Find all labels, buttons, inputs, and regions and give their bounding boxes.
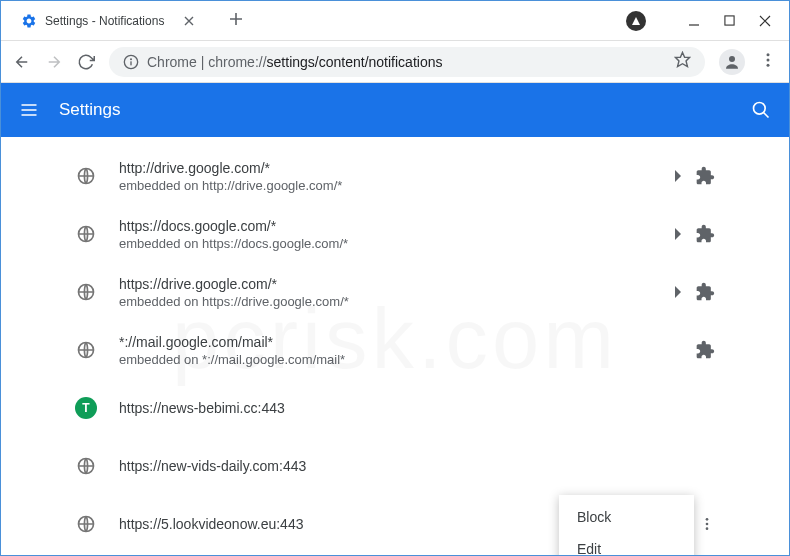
site-row[interactable]: https://new-vids-daily.com:443: [55, 437, 735, 495]
context-menu-item-block[interactable]: Block: [559, 501, 694, 533]
back-button[interactable]: [13, 53, 31, 71]
svg-point-18: [706, 527, 709, 530]
window-controls: [626, 11, 789, 31]
chevron-right-icon[interactable]: [675, 170, 683, 182]
svg-point-2: [130, 58, 132, 60]
browser-toolbar: Chrome | chrome://settings/content/notif…: [1, 41, 789, 83]
settings-content: pcrisk.com http://drive.google.com/*embe…: [1, 137, 789, 556]
site-text: *://mail.google.com/mail*embedded on *:/…: [119, 334, 683, 367]
site-embedded-label: embedded on https://docs.google.com/*: [119, 236, 663, 251]
svg-point-8: [767, 63, 770, 66]
site-url: https://drive.google.com/*: [119, 276, 663, 292]
site-embedded-label: embedded on *://mail.google.com/mail*: [119, 352, 683, 367]
search-button[interactable]: [751, 100, 771, 120]
svg-point-17: [706, 523, 709, 526]
address-bar[interactable]: Chrome | chrome://settings/content/notif…: [109, 47, 705, 77]
site-row[interactable]: Thttps://news-bebimi.cc:443: [55, 379, 735, 437]
titlebar: Settings - Notifications: [1, 1, 789, 41]
globe-icon: [75, 513, 97, 535]
chevron-right-icon[interactable]: [675, 228, 683, 240]
site-url: *://mail.google.com/mail*: [119, 334, 683, 350]
extension-icon[interactable]: [695, 224, 715, 244]
extension-icon[interactable]: [695, 166, 715, 186]
svg-point-5: [729, 56, 735, 62]
chevron-right-icon[interactable]: [675, 286, 683, 298]
site-row[interactable]: https://drive.google.com/*embedded on ht…: [55, 263, 735, 321]
site-url: https://docs.google.com/*: [119, 218, 663, 234]
site-text: https://drive.google.com/*embedded on ht…: [119, 276, 663, 309]
forward-button[interactable]: [45, 53, 63, 71]
context-menu-item-edit[interactable]: Edit: [559, 533, 694, 556]
site-embedded-label: embedded on https://drive.google.com/*: [119, 294, 663, 309]
address-text: Chrome | chrome://settings/content/notif…: [147, 54, 442, 70]
bookmark-star-icon[interactable]: [674, 51, 691, 72]
site-url: http://drive.google.com/*: [119, 160, 663, 176]
new-tab-button[interactable]: [229, 12, 243, 30]
close-window-button[interactable]: [759, 15, 771, 27]
tab-title: Settings - Notifications: [45, 14, 181, 28]
site-text: http://drive.google.com/*embedded on htt…: [119, 160, 663, 193]
maximize-button[interactable]: [724, 15, 735, 26]
site-text: https://news-bebimi.cc:443: [119, 400, 715, 416]
notification-site-list: http://drive.google.com/*embedded on htt…: [55, 137, 735, 556]
globe-icon: [75, 339, 97, 361]
site-text: https://docs.google.com/*embedded on htt…: [119, 218, 663, 251]
extension-icon[interactable]: [695, 340, 715, 360]
globe-icon: [75, 165, 97, 187]
site-embedded-label: embedded on http://drive.google.com/*: [119, 178, 663, 193]
site-info-icon[interactable]: [123, 54, 139, 70]
context-menu: BlockEditRemove: [559, 495, 694, 556]
globe-icon: [75, 223, 97, 245]
site-badge-icon: T: [75, 397, 97, 419]
browser-tab[interactable]: Settings - Notifications: [9, 3, 209, 39]
incognito-icon: [626, 11, 646, 31]
svg-point-6: [767, 53, 770, 56]
svg-point-7: [767, 58, 770, 61]
svg-point-16: [706, 518, 709, 521]
site-row[interactable]: http://drive.google.com/*embedded on htt…: [55, 147, 735, 205]
svg-point-9: [754, 103, 766, 115]
site-row[interactable]: *://mail.google.com/mail*embedded on *:/…: [55, 321, 735, 379]
more-actions-button[interactable]: [699, 516, 715, 532]
svg-rect-3: [130, 61, 131, 65]
close-icon[interactable]: [181, 13, 197, 29]
profile-avatar[interactable]: [719, 49, 745, 75]
site-text: https://new-vids-daily.com:443: [119, 458, 715, 474]
svg-marker-4: [675, 52, 689, 66]
reload-button[interactable]: [77, 53, 95, 71]
svg-rect-0: [725, 16, 734, 25]
extension-icon[interactable]: [695, 282, 715, 302]
hamburger-menu-button[interactable]: [19, 100, 39, 120]
gear-icon: [21, 13, 37, 29]
globe-icon: [75, 281, 97, 303]
site-url: https://news-bebimi.cc:443: [119, 400, 715, 416]
page-title: Settings: [59, 100, 120, 120]
globe-icon: [75, 455, 97, 477]
settings-header: Settings: [1, 83, 789, 137]
minimize-button[interactable]: [688, 15, 700, 27]
chrome-menu-button[interactable]: [759, 51, 777, 73]
site-row[interactable]: https://docs.google.com/*embedded on htt…: [55, 205, 735, 263]
site-url: https://new-vids-daily.com:443: [119, 458, 715, 474]
